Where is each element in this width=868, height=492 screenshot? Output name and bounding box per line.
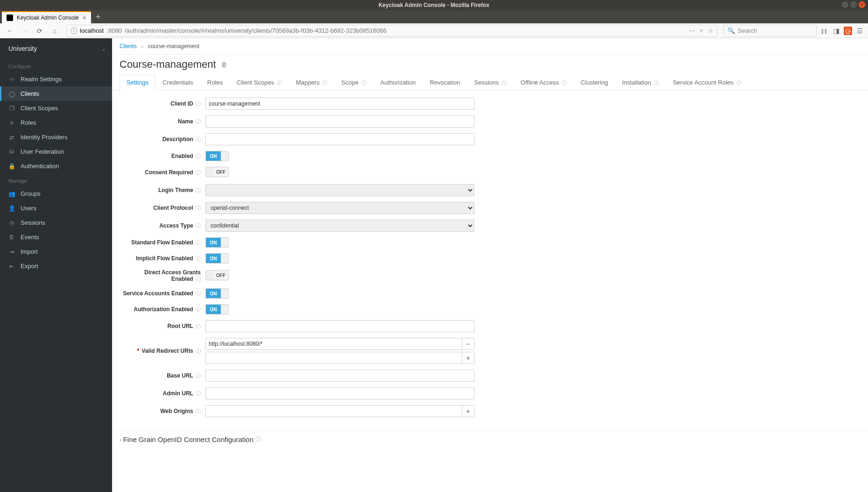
help-icon[interactable]: ⓘ — [196, 223, 201, 228]
help-icon[interactable]: ⓘ — [196, 119, 201, 124]
minimize-icon[interactable]: – — [842, 1, 848, 8]
page-actions-icon[interactable]: ⋯ — [689, 27, 695, 34]
help-icon[interactable]: ⓘ — [196, 101, 201, 107]
help-icon[interactable]: ⓘ — [277, 80, 282, 86]
baseUrl-input[interactable] — [205, 370, 474, 382]
clientProtocol-select[interactable]: openid-connect — [205, 202, 474, 214]
library-icon[interactable]: ⫿⫿ — [819, 26, 829, 36]
breadcrumb-parent[interactable]: Clients — [120, 43, 137, 50]
bookmark-icon[interactable]: ☆ — [708, 27, 713, 34]
serviceAccounts-toggle[interactable]: ON — [205, 288, 229, 299]
help-icon[interactable]: ⓘ — [654, 80, 659, 86]
sidebar-item-groups[interactable]: 👥Groups — [0, 186, 112, 201]
tab-client-scopes[interactable]: Client Scopes ⓘ — [230, 75, 289, 90]
tab-scope[interactable]: Scope ⓘ — [334, 75, 374, 90]
help-icon[interactable]: ⓘ — [196, 256, 201, 261]
name-input[interactable] — [205, 115, 474, 128]
help-icon[interactable]: ⓘ — [196, 373, 201, 378]
sidebar-item-authentication[interactable]: 🔒Authentication — [0, 159, 112, 173]
delete-icon[interactable]: 🗑 — [221, 61, 227, 68]
help-icon[interactable]: ⓘ — [196, 136, 201, 142]
help-icon[interactable]: ⓘ — [196, 153, 201, 159]
remove-button[interactable]: − — [462, 338, 474, 350]
validRedirectUris-input[interactable] — [205, 338, 462, 350]
directAccess-toggle[interactable]: OFF — [205, 270, 229, 280]
enabled-toggle[interactable]: ON — [205, 151, 229, 161]
tab-close-icon[interactable]: × — [83, 14, 86, 21]
help-icon[interactable]: ⓘ — [196, 307, 201, 312]
sidebar-toggle-icon[interactable]: ◨ — [832, 26, 841, 36]
tab-clustering[interactable]: Clustering — [574, 75, 615, 90]
tab-offline-access[interactable]: Offline Access ⓘ — [514, 75, 574, 90]
sidebar-item-realm-settings[interactable]: ⊹Realm Settings — [0, 72, 112, 86]
help-icon[interactable]: ⓘ — [196, 291, 201, 296]
tab-mappers[interactable]: Mappers ⓘ — [289, 75, 334, 90]
accessType-select[interactable]: confidential — [205, 220, 474, 232]
help-icon[interactable]: ⓘ — [196, 323, 201, 329]
tab-label: Offline Access — [521, 79, 559, 86]
loginTheme-select[interactable] — [205, 184, 474, 196]
help-icon[interactable]: ⓘ — [562, 80, 567, 86]
sidebar-item-user-federation[interactable]: ⛁User Federation — [0, 144, 112, 159]
tab-installation[interactable]: Installation ⓘ — [615, 75, 666, 90]
standardFlow-toggle[interactable]: ON — [205, 237, 229, 248]
fine-grain-section[interactable]: › Fine Grain OpenID Connect Configuratio… — [112, 430, 868, 448]
tab-authorization[interactable]: Authorization — [374, 75, 423, 90]
pocket-icon[interactable]: ▿ — [700, 27, 703, 34]
menu-icon[interactable]: ☰ — [855, 26, 864, 36]
sidebar-item-roles[interactable]: ≡Roles — [0, 115, 112, 130]
browser-tab[interactable]: Keycloak Admin Console × — [2, 11, 91, 23]
row-webOrigins: Web Origins ⓘ+ — [121, 405, 859, 417]
authorization-toggle[interactable]: ON — [205, 304, 229, 314]
validRedirectUris-new-input[interactable] — [205, 352, 462, 364]
help-icon[interactable]: ⓘ — [361, 80, 367, 86]
url-bar[interactable]: i localhost:8080/auth/admin/master/conso… — [66, 25, 718, 37]
sidebar-item-sessions[interactable]: ◷Sessions — [0, 215, 112, 230]
home-button[interactable]: ⌂ — [49, 25, 61, 37]
rootUrl-input[interactable] — [205, 320, 474, 332]
help-icon[interactable]: ⓘ — [736, 80, 741, 86]
help-icon[interactable]: ⓘ — [322, 80, 327, 86]
tab-sessions[interactable]: Sessions ⓘ — [467, 75, 513, 90]
sidebar-item-users[interactable]: 👤Users — [0, 201, 112, 215]
close-icon[interactable]: ✕ — [859, 1, 865, 8]
realm-selector[interactable]: University ⌄ — [0, 38, 112, 59]
help-icon[interactable]: ⓘ — [255, 435, 261, 443]
back-button[interactable]: ← — [4, 25, 16, 37]
reload-button[interactable]: ⟳ — [34, 25, 46, 37]
tab-settings[interactable]: Settings — [120, 75, 155, 90]
sidebar-item-events[interactable]: 🗓Events — [0, 230, 112, 244]
sidebar-item-identity-providers[interactable]: ⇄Identity Providers — [0, 130, 112, 144]
tab-revocation[interactable]: Revocation — [423, 75, 467, 90]
tab-credentials[interactable]: Credentials — [155, 75, 200, 90]
sidebar-item-export[interactable]: ⇤Export — [0, 259, 112, 273]
add-button[interactable]: + — [462, 405, 474, 417]
sidebar-item-client-scopes[interactable]: ❐Client Scopes — [0, 101, 112, 115]
new-tab-button[interactable]: + — [91, 12, 106, 22]
help-icon[interactable]: ⓘ — [196, 348, 201, 354]
tab-roles[interactable]: Roles — [200, 75, 230, 90]
add-button[interactable]: + — [462, 352, 474, 364]
help-icon[interactable]: ⓘ — [196, 187, 201, 193]
help-icon[interactable]: ⓘ — [196, 205, 201, 211]
webOrigins-input[interactable] — [205, 405, 462, 417]
help-icon[interactable]: ⓘ — [196, 276, 201, 282]
implicitFlow-toggle[interactable]: ON — [205, 253, 229, 264]
clientId-input[interactable] — [205, 98, 474, 110]
help-icon[interactable]: ⓘ — [196, 408, 201, 414]
maximize-icon[interactable]: ◻ — [850, 1, 857, 8]
search-bar[interactable]: 🔍 Search — [723, 25, 817, 37]
site-info-icon[interactable]: i — [71, 28, 77, 34]
description-input[interactable] — [205, 133, 474, 145]
tab-service-account-roles[interactable]: Service Account Roles ⓘ — [666, 75, 748, 90]
sidebar-item-clients[interactable]: ◯Clients — [0, 86, 112, 101]
consentRequired-toggle[interactable]: OFF — [205, 167, 229, 177]
sidebar-item-import[interactable]: ⇥Import — [0, 244, 112, 259]
help-icon[interactable]: ⓘ — [196, 170, 201, 175]
ubuntu-icon[interactable]: ◶ — [844, 27, 852, 35]
forward-button[interactable]: → — [19, 25, 31, 37]
adminUrl-input[interactable] — [205, 387, 474, 399]
help-icon[interactable]: ⓘ — [196, 240, 201, 245]
help-icon[interactable]: ⓘ — [501, 80, 507, 86]
help-icon[interactable]: ⓘ — [196, 391, 201, 396]
